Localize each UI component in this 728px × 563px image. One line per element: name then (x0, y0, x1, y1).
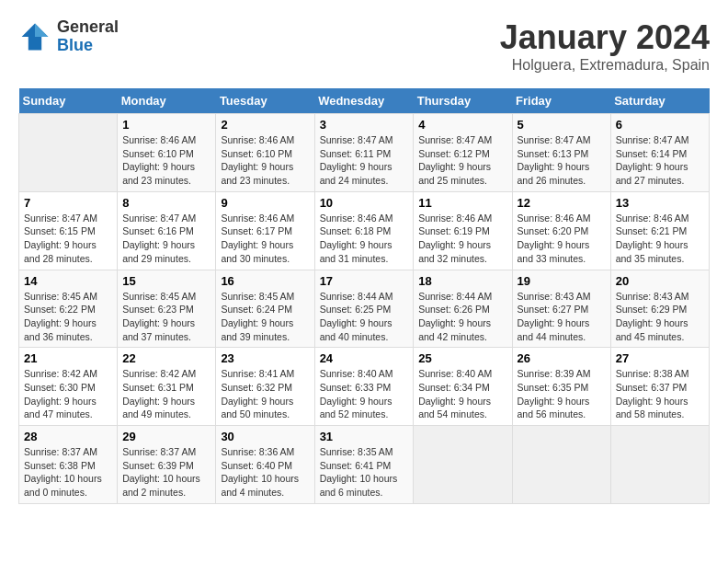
day-cell (19, 114, 118, 192)
day-number: 24 (320, 351, 409, 365)
month-title: January 2024 (500, 18, 710, 57)
header-cell-friday: Friday (512, 88, 610, 114)
header-cell-saturday: Saturday (610, 88, 709, 114)
week-row-5: 28Sunrise: 8:37 AMSunset: 6:38 PMDayligh… (19, 426, 710, 504)
day-info: Sunrise: 8:46 AMSunset: 6:20 PMDaylight:… (518, 212, 606, 266)
day-info: Sunrise: 8:45 AMSunset: 6:23 PMDaylight:… (122, 290, 210, 344)
day-number: 29 (122, 430, 210, 443)
day-cell: 2Sunrise: 8:46 AMSunset: 6:10 PMDaylight… (216, 114, 314, 192)
day-info: Sunrise: 8:47 AMSunset: 6:12 PMDaylight:… (418, 133, 506, 188)
day-cell: 29Sunrise: 8:37 AMSunset: 6:39 PMDayligh… (118, 426, 216, 504)
day-number: 31 (320, 430, 409, 443)
day-cell: 6Sunrise: 8:47 AMSunset: 6:14 PMDaylight… (610, 114, 709, 192)
week-row-1: 1Sunrise: 8:46 AMSunset: 6:10 PMDaylight… (19, 114, 710, 192)
day-number: 9 (221, 196, 309, 210)
day-number: 6 (616, 118, 704, 132)
day-cell: 4Sunrise: 8:47 AMSunset: 6:12 PMDaylight… (414, 114, 512, 192)
day-info: Sunrise: 8:47 AMSunset: 6:14 PMDaylight:… (616, 133, 704, 188)
day-info: Sunrise: 8:37 AMSunset: 6:38 PMDaylight:… (24, 445, 112, 500)
day-info: Sunrise: 8:37 AMSunset: 6:39 PMDaylight:… (122, 445, 210, 500)
day-info: Sunrise: 8:43 AMSunset: 6:29 PMDaylight:… (616, 290, 704, 344)
day-info: Sunrise: 8:47 AMSunset: 6:16 PMDaylight:… (122, 212, 210, 266)
day-info: Sunrise: 8:46 AMSunset: 6:21 PMDaylight:… (616, 212, 704, 266)
day-cell: 19Sunrise: 8:43 AMSunset: 6:27 PMDayligh… (512, 270, 610, 348)
logo-blue: Blue (57, 36, 93, 54)
logo: General Blue (18, 18, 119, 55)
day-cell: 8Sunrise: 8:47 AMSunset: 6:16 PMDaylight… (118, 191, 216, 270)
week-row-4: 21Sunrise: 8:42 AMSunset: 6:30 PMDayligh… (19, 348, 710, 426)
day-number: 25 (418, 351, 506, 365)
day-cell: 18Sunrise: 8:44 AMSunset: 6:26 PMDayligh… (414, 270, 512, 348)
day-cell: 11Sunrise: 8:46 AMSunset: 6:19 PMDayligh… (414, 191, 512, 270)
day-info: Sunrise: 8:46 AMSunset: 6:18 PMDaylight:… (320, 212, 409, 266)
day-cell: 31Sunrise: 8:35 AMSunset: 6:41 PMDayligh… (314, 426, 414, 504)
day-cell: 10Sunrise: 8:46 AMSunset: 6:18 PMDayligh… (314, 191, 414, 270)
day-cell: 12Sunrise: 8:46 AMSunset: 6:20 PMDayligh… (512, 191, 610, 270)
calendar-body: 1Sunrise: 8:46 AMSunset: 6:10 PMDaylight… (19, 114, 710, 504)
day-number: 27 (616, 351, 704, 365)
day-info: Sunrise: 8:41 AMSunset: 6:32 PMDaylight:… (221, 367, 309, 421)
day-number: 1 (122, 118, 210, 132)
day-number: 23 (221, 351, 309, 365)
day-cell (414, 426, 512, 504)
header-cell-tuesday: Tuesday (216, 88, 314, 114)
logo-icon (18, 20, 51, 53)
day-cell: 9Sunrise: 8:46 AMSunset: 6:17 PMDaylight… (216, 191, 314, 270)
svg-marker-1 (35, 23, 48, 36)
day-info: Sunrise: 8:46 AMSunset: 6:10 PMDaylight:… (221, 133, 309, 188)
day-cell: 23Sunrise: 8:41 AMSunset: 6:32 PMDayligh… (216, 348, 314, 426)
day-info: Sunrise: 8:44 AMSunset: 6:25 PMDaylight:… (320, 290, 409, 344)
day-cell: 17Sunrise: 8:44 AMSunset: 6:25 PMDayligh… (314, 270, 414, 348)
day-cell: 25Sunrise: 8:40 AMSunset: 6:34 PMDayligh… (414, 348, 512, 426)
day-number: 12 (518, 196, 606, 210)
day-cell (610, 426, 709, 504)
day-number: 5 (518, 118, 606, 132)
week-row-3: 14Sunrise: 8:45 AMSunset: 6:22 PMDayligh… (19, 270, 710, 348)
day-number: 10 (320, 196, 409, 210)
day-number: 28 (24, 430, 112, 443)
day-info: Sunrise: 8:42 AMSunset: 6:30 PMDaylight:… (24, 367, 112, 421)
header-cell-wednesday: Wednesday (314, 88, 414, 114)
day-number: 21 (24, 351, 112, 365)
day-number: 4 (418, 118, 506, 132)
day-info: Sunrise: 8:46 AMSunset: 6:10 PMDaylight:… (122, 133, 210, 188)
day-cell: 1Sunrise: 8:46 AMSunset: 6:10 PMDaylight… (118, 114, 216, 192)
day-number: 20 (616, 274, 704, 288)
day-number: 3 (320, 118, 409, 132)
day-info: Sunrise: 8:45 AMSunset: 6:22 PMDaylight:… (24, 290, 112, 344)
day-number: 7 (24, 196, 112, 210)
day-info: Sunrise: 8:47 AMSunset: 6:11 PMDaylight:… (320, 133, 409, 188)
day-cell: 26Sunrise: 8:39 AMSunset: 6:35 PMDayligh… (512, 348, 610, 426)
day-cell: 7Sunrise: 8:47 AMSunset: 6:15 PMDaylight… (19, 191, 118, 270)
day-cell: 28Sunrise: 8:37 AMSunset: 6:38 PMDayligh… (19, 426, 118, 504)
day-cell: 30Sunrise: 8:36 AMSunset: 6:40 PMDayligh… (216, 426, 314, 504)
day-cell: 5Sunrise: 8:47 AMSunset: 6:13 PMDaylight… (512, 114, 610, 192)
week-row-2: 7Sunrise: 8:47 AMSunset: 6:15 PMDaylight… (19, 191, 710, 270)
day-number: 16 (221, 274, 309, 288)
day-number: 17 (320, 274, 409, 288)
day-cell: 15Sunrise: 8:45 AMSunset: 6:23 PMDayligh… (118, 270, 216, 348)
day-info: Sunrise: 8:46 AMSunset: 6:17 PMDaylight:… (221, 212, 309, 266)
day-number: 2 (221, 118, 309, 132)
day-number: 15 (122, 274, 210, 288)
day-info: Sunrise: 8:40 AMSunset: 6:33 PMDaylight:… (320, 367, 409, 421)
day-info: Sunrise: 8:47 AMSunset: 6:15 PMDaylight:… (24, 212, 112, 266)
day-info: Sunrise: 8:44 AMSunset: 6:26 PMDaylight:… (418, 290, 506, 344)
day-info: Sunrise: 8:47 AMSunset: 6:13 PMDaylight:… (518, 133, 606, 188)
day-cell: 3Sunrise: 8:47 AMSunset: 6:11 PMDaylight… (314, 114, 414, 192)
page-header: General Blue January 2024 Holguera, Extr… (18, 18, 710, 74)
day-cell: 27Sunrise: 8:38 AMSunset: 6:37 PMDayligh… (610, 348, 709, 426)
day-cell: 22Sunrise: 8:42 AMSunset: 6:31 PMDayligh… (118, 348, 216, 426)
day-info: Sunrise: 8:39 AMSunset: 6:35 PMDaylight:… (518, 367, 606, 421)
day-number: 13 (616, 196, 704, 210)
calendar-header: SundayMondayTuesdayWednesdayThursdayFrid… (19, 88, 710, 114)
day-cell: 13Sunrise: 8:46 AMSunset: 6:21 PMDayligh… (610, 191, 709, 270)
logo-text: General Blue (57, 18, 119, 55)
day-number: 18 (418, 274, 506, 288)
day-cell: 20Sunrise: 8:43 AMSunset: 6:29 PMDayligh… (610, 270, 709, 348)
day-cell: 16Sunrise: 8:45 AMSunset: 6:24 PMDayligh… (216, 270, 314, 348)
day-cell: 21Sunrise: 8:42 AMSunset: 6:30 PMDayligh… (19, 348, 118, 426)
header-cell-thursday: Thursday (414, 88, 512, 114)
day-number: 14 (24, 274, 112, 288)
day-cell: 14Sunrise: 8:45 AMSunset: 6:22 PMDayligh… (19, 270, 118, 348)
